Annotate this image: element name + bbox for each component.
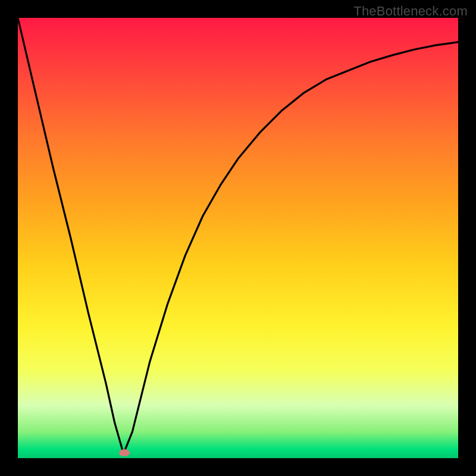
watermark-text: TheBottleneck.com bbox=[353, 4, 468, 19]
plot-area bbox=[18, 18, 458, 458]
optimal-point-marker bbox=[119, 449, 130, 456]
curve-svg bbox=[18, 18, 458, 458]
bottleneck-curve bbox=[18, 18, 458, 454]
chart-frame: TheBottleneck.com bbox=[0, 0, 476, 476]
